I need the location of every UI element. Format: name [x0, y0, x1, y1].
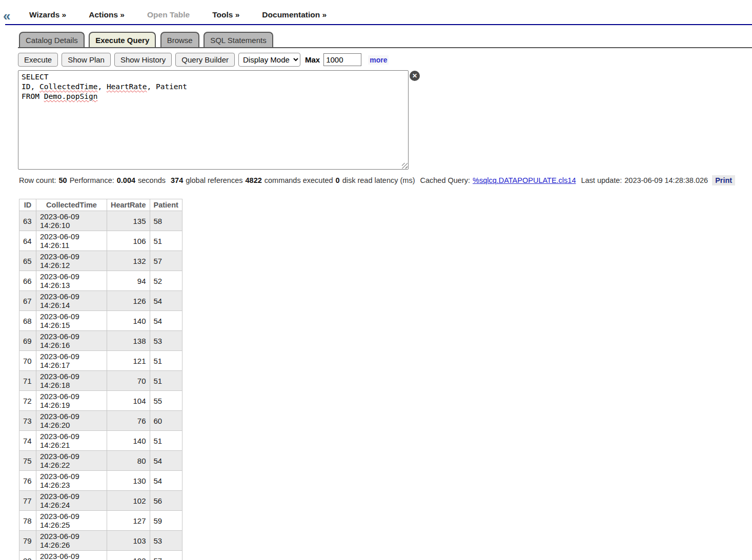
textarea-resize-handle[interactable]: [402, 163, 408, 169]
table-cell: 121: [107, 351, 150, 371]
table-cell: 54: [150, 291, 182, 311]
more-link[interactable]: more: [368, 55, 389, 65]
table-cell: 2023-06-09 14:26:22: [36, 451, 107, 471]
query-builder-button[interactable]: Query Builder: [175, 53, 235, 67]
table-cell: 56: [150, 491, 182, 511]
column-header-heartrate[interactable]: HeartRate: [107, 199, 150, 211]
sql-text-segment: Demo.popSign: [44, 92, 98, 100]
menu-item-tools[interactable]: Tools »: [212, 10, 239, 19]
table-cell: 2023-06-09 14:26:27: [36, 551, 107, 560]
tab-sql-statements[interactable]: SQL Statements: [204, 32, 273, 47]
last-update-label: Last update:: [581, 176, 622, 184]
table-cell: 51: [150, 231, 182, 251]
last-update-value: 2023-06-09 14:28:38.026: [624, 176, 708, 184]
table-cell: 51: [150, 431, 182, 451]
table-row: 722023-06-09 14:26:1910455: [19, 391, 182, 411]
close-icon[interactable]: ✕: [410, 71, 420, 81]
table-cell: 2023-06-09 14:26:20: [36, 411, 107, 431]
tab-execute-query[interactable]: Execute Query: [89, 32, 156, 47]
tab-strip: Catalog Details Execute Query Browse SQL…: [18, 32, 752, 48]
table-cell: 2023-06-09 14:26:21: [36, 431, 107, 451]
tab-browse[interactable]: Browse: [160, 32, 199, 47]
table-row: 792023-06-09 14:26:2610353: [19, 531, 182, 551]
table-cell: 126: [107, 291, 150, 311]
print-button[interactable]: Print: [712, 175, 735, 185]
global-refs-value: 374: [171, 176, 183, 184]
menu-item-actions[interactable]: Actions »: [89, 10, 125, 19]
table-cell: 140: [107, 311, 150, 331]
commands-label: commands executed: [265, 176, 333, 184]
collapse-menu-icon[interactable]: «: [3, 9, 10, 23]
column-header-id[interactable]: ID: [19, 199, 36, 211]
table-cell: 2023-06-09 14:26:11: [36, 231, 107, 251]
sql-query-textarea[interactable]: SELECTID, CollectedTime, HeartRate, Pati…: [18, 70, 409, 170]
table-row: 692023-06-09 14:26:1613853: [19, 331, 182, 351]
display-mode-select[interactable]: Display Mode: [238, 53, 300, 67]
table-cell: 102: [107, 491, 150, 511]
disk-latency-value: 0: [336, 176, 340, 184]
results-tbody: 632023-06-09 14:26:1013558642023-06-09 1…: [19, 211, 182, 560]
query-toolbar: Execute Show Plan Show History Query Bui…: [18, 53, 752, 67]
table-row: 732023-06-09 14:26:207660: [19, 411, 182, 431]
table-cell: 132: [107, 251, 150, 271]
table-cell: 72: [19, 391, 36, 411]
table-cell: 2023-06-09 14:26:23: [36, 471, 107, 491]
cached-query-link[interactable]: %sqlcq.DATAPOPULATE.cls14: [473, 176, 576, 184]
table-cell: 2023-06-09 14:26:26: [36, 531, 107, 551]
table-row: 752023-06-09 14:26:228054: [19, 451, 182, 471]
table-cell: 57: [150, 251, 182, 271]
table-cell: 70: [107, 371, 150, 391]
menu-item-open-table: Open Table: [147, 10, 190, 19]
table-cell: 55: [150, 391, 182, 411]
table-cell: 53: [150, 531, 182, 551]
table-cell: 76: [107, 411, 150, 431]
table-cell: 2023-06-09 14:26:10: [36, 211, 107, 231]
table-cell: 74: [19, 431, 36, 451]
table-cell: 2023-06-09 14:26:13: [36, 271, 107, 291]
execute-button[interactable]: Execute: [18, 53, 58, 67]
column-header-collectedtime[interactable]: CollectedTime: [36, 199, 107, 211]
sql-text-segment: SELECT: [22, 73, 48, 81]
table-cell: 77: [19, 491, 36, 511]
sql-text-segment: CollectedTime: [39, 82, 98, 91]
table-cell: 130: [107, 471, 150, 491]
menu-item-wizards[interactable]: Wizards »: [29, 10, 66, 19]
table-cell: 57: [150, 551, 182, 560]
max-label: Max: [305, 55, 320, 64]
sql-text-segment: , Patient: [147, 82, 187, 91]
table-cell: 102: [107, 551, 150, 560]
table-row: 672023-06-09 14:26:1412654: [19, 291, 182, 311]
table-cell: 127: [107, 511, 150, 531]
table-cell: 54: [150, 471, 182, 491]
performance-unit: seconds: [138, 176, 166, 184]
table-row: 642023-06-09 14:26:1110651: [19, 231, 182, 251]
row-count-value: 50: [59, 176, 67, 184]
table-cell: 60: [150, 411, 182, 431]
show-history-button[interactable]: Show History: [114, 53, 172, 67]
table-cell: 59: [150, 511, 182, 531]
table-cell: 58: [150, 211, 182, 231]
table-cell: 51: [150, 371, 182, 391]
table-cell: 2023-06-09 14:26:19: [36, 391, 107, 411]
table-cell: 140: [107, 431, 150, 451]
query-status-line: Row count: 50 Performance: 0.004 seconds…: [19, 175, 752, 185]
menu-item-documentation[interactable]: Documentation »: [262, 10, 327, 19]
table-cell: 2023-06-09 14:26:14: [36, 291, 107, 311]
column-header-patient[interactable]: Patient: [150, 199, 182, 211]
table-cell: 2023-06-09 14:26:16: [36, 331, 107, 351]
max-rows-input[interactable]: [323, 53, 361, 66]
performance-label: Performance:: [70, 176, 114, 184]
menu-row: Wizards » Actions » Open Table Tools » D…: [5, 10, 752, 25]
tab-catalog-details[interactable]: Catalog Details: [19, 32, 85, 47]
table-cell: 51: [150, 351, 182, 371]
commands-value: 4822: [246, 176, 262, 184]
table-cell: 70: [19, 351, 36, 371]
global-refs-label: global references: [186, 176, 242, 184]
table-cell: 66: [19, 271, 36, 291]
table-cell: 2023-06-09 14:26:18: [36, 371, 107, 391]
table-cell: 2023-06-09 14:26:25: [36, 511, 107, 531]
sql-text-segment: FROM: [22, 92, 44, 100]
table-cell: 54: [150, 451, 182, 471]
table-cell: 138: [107, 331, 150, 351]
show-plan-button[interactable]: Show Plan: [62, 53, 111, 67]
